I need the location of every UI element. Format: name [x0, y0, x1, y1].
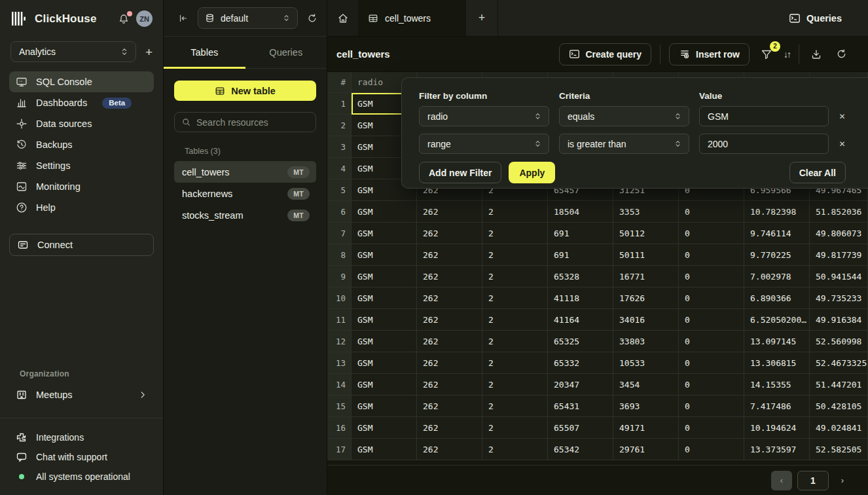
add-new-filter-button[interactable]: Add new Filter [419, 162, 501, 183]
table-cell[interactable]: GSM [352, 287, 417, 309]
table-cell[interactable]: 262 [417, 374, 482, 395]
table-cell[interactable]: 51.447201 [810, 374, 868, 395]
table-cell[interactable]: 0 [679, 244, 744, 266]
table-cell[interactable]: GSM [352, 309, 417, 331]
sidebar-item-help[interactable]: Help [9, 197, 154, 218]
table-cell[interactable]: 0 [679, 331, 744, 352]
table-cell[interactable]: 49171 [613, 417, 679, 439]
table-cell[interactable]: 262 [417, 223, 482, 244]
collapse-panel-icon[interactable] [178, 13, 189, 24]
table-cell[interactable]: 50111 [613, 244, 679, 266]
table-cell[interactable]: 49.735233 [810, 287, 868, 309]
table-cell[interactable]: 2 [482, 201, 548, 223]
table-cell[interactable]: GSM [352, 201, 417, 223]
table-cell[interactable]: 13.097145 [744, 331, 810, 352]
sidebar-item-integrations[interactable]: Integrations [16, 430, 147, 444]
table-cell[interactable]: 65325 [548, 331, 613, 352]
remove-filter-button[interactable]: ✕ [839, 139, 845, 149]
table-cell[interactable]: 2 [482, 331, 548, 352]
insert-row-button[interactable]: Insert row [669, 43, 750, 65]
table-cell[interactable]: 50112 [613, 223, 679, 244]
table-cell[interactable]: 0 [679, 374, 744, 395]
table-cell[interactable]: 52.560998 [810, 331, 868, 352]
table-cell[interactable]: 52.4673325 [810, 352, 868, 374]
table-cell[interactable]: 2 [482, 266, 548, 287]
table-cell[interactable]: 691 [548, 223, 613, 244]
filter-criteria-select[interactable]: equals [559, 106, 689, 126]
table-cell[interactable]: 65332 [548, 352, 613, 374]
table-cell[interactable]: 691 [548, 244, 613, 266]
table-cell[interactable]: 10533 [613, 352, 679, 374]
table-cell[interactable]: GSM [352, 266, 417, 287]
table-cell[interactable]: 3353 [613, 201, 679, 223]
table-cell[interactable]: 65342 [548, 439, 613, 460]
table-cell[interactable]: 262 [417, 395, 482, 417]
filter-column-select[interactable]: radio [419, 106, 549, 126]
table-cell[interactable]: 49.916384 [810, 309, 868, 331]
table-cell[interactable]: 34016 [613, 309, 679, 331]
table-cell[interactable]: 262 [417, 201, 482, 223]
sidebar-item-monitoring[interactable]: Monitoring [9, 176, 154, 197]
table-cell[interactable]: 13.306815 [744, 352, 810, 374]
table-cell[interactable]: 65328 [548, 266, 613, 287]
table-cell[interactable]: GSM [352, 417, 417, 439]
filter-button[interactable]: 2 [758, 46, 775, 63]
tab-queries[interactable]: Queries [245, 37, 327, 68]
table-cell[interactable]: 65431 [548, 395, 613, 417]
table-cell[interactable]: 9.770225 [744, 244, 810, 266]
table-cell[interactable]: GSM [352, 439, 417, 460]
table-cell[interactable]: GSM [352, 374, 417, 395]
table-cell[interactable]: 17626 [613, 287, 679, 309]
table-cell[interactable]: GSM [352, 395, 417, 417]
table-cell[interactable]: 7.417486 [744, 395, 810, 417]
avatar[interactable]: ZN [136, 10, 153, 27]
table-cell[interactable]: 49.817739 [810, 244, 868, 266]
table-cell[interactable]: 262 [417, 331, 482, 352]
table-cell[interactable]: 262 [417, 352, 482, 374]
table-cell[interactable]: 13.373597 [744, 439, 810, 460]
filter-value-input[interactable] [699, 134, 829, 154]
sort-button[interactable]: ↓↑ [784, 49, 790, 60]
table-list-item-cell-towers[interactable]: cell_towers MT [174, 161, 316, 183]
sidebar-item-dashboards[interactable]: Dashboards Beta [9, 92, 154, 113]
table-cell[interactable]: 0 [679, 287, 744, 309]
current-page[interactable]: 1 [797, 471, 829, 490]
table-cell[interactable]: 3454 [613, 374, 679, 395]
add-workspace-button[interactable]: + [145, 46, 153, 58]
tab-cell-towers[interactable]: cell_towers [359, 0, 466, 36]
table-cell[interactable]: 3693 [613, 395, 679, 417]
table-cell[interactable]: 262 [417, 439, 482, 460]
table-cell[interactable]: 50.428105 [810, 395, 868, 417]
table-cell[interactable]: 41164 [548, 309, 613, 331]
table-cell[interactable]: 65507 [548, 417, 613, 439]
clear-all-filters-button[interactable]: Clear All [789, 162, 846, 183]
workspace-select[interactable]: Analytics [10, 41, 136, 62]
table-cell[interactable]: 262 [417, 309, 482, 331]
table-cell[interactable]: 18504 [548, 201, 613, 223]
table-cell[interactable]: 0 [679, 439, 744, 460]
remove-filter-button[interactable]: ✕ [839, 112, 845, 121]
table-cell[interactable]: 49.024841 [810, 417, 868, 439]
table-cell[interactable]: GSM [352, 223, 417, 244]
table-cell[interactable]: 2 [482, 395, 548, 417]
filter-value-input[interactable] [699, 106, 829, 126]
table-cell[interactable]: GSM [352, 352, 417, 374]
table-cell[interactable]: 2 [482, 352, 548, 374]
refresh-tables-icon[interactable] [307, 13, 317, 24]
table-cell[interactable]: GSM [352, 244, 417, 266]
table-cell[interactable]: 0 [679, 395, 744, 417]
table-cell[interactable]: GSM [352, 331, 417, 352]
table-cell[interactable]: 52.582505 [810, 439, 868, 460]
table-cell[interactable]: 262 [417, 287, 482, 309]
table-cell[interactable]: 2 [482, 244, 548, 266]
table-cell[interactable]: 41118 [548, 287, 613, 309]
sidebar-item-system-status[interactable]: All systems operational [16, 469, 147, 483]
table-cell[interactable]: 2 [482, 417, 548, 439]
queries-button[interactable]: Queries [789, 0, 868, 36]
table-cell[interactable]: 50.941544 [810, 266, 868, 287]
next-page-button[interactable]: › [834, 471, 851, 490]
table-cell[interactable]: 51.852036 [810, 201, 868, 223]
new-table-button[interactable]: New table [174, 81, 316, 101]
refresh-data-button[interactable] [833, 46, 850, 62]
table-cell[interactable]: 33803 [613, 331, 679, 352]
